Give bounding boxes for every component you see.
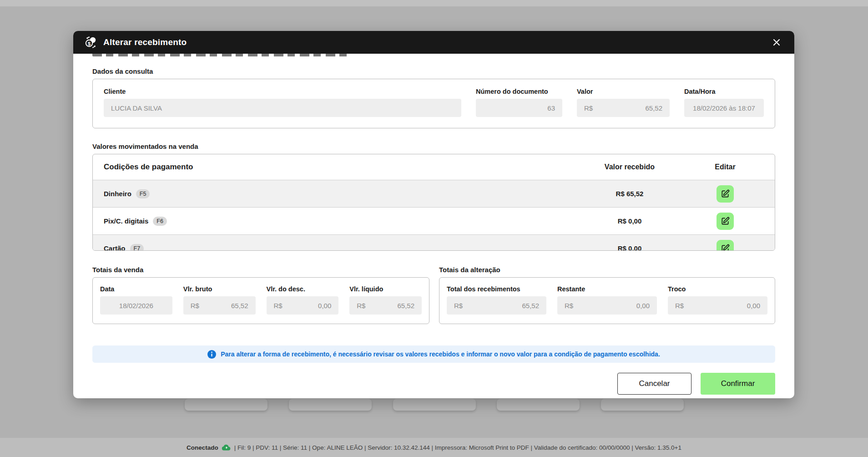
vlr-bruto-value: 65,52 [231, 302, 248, 310]
background-card [185, 399, 267, 411]
cloud-sync-icon [222, 444, 231, 451]
currency-prefix: R$ [454, 302, 463, 310]
totais-alteracao-box: Total dos recebimentos R$ 65,52 Restante… [439, 277, 775, 324]
restante-label: Restante [557, 285, 657, 293]
valor-label: Valor [577, 88, 670, 95]
scrolled-clipped-text-artifact [92, 54, 349, 56]
confirm-button[interactable]: Confirmar [701, 373, 775, 395]
restante-value: 0,00 [636, 302, 650, 310]
status-details: | Fil: 9 | PDV: 11 | Série: 11 | Ope: AL… [234, 444, 681, 451]
info-circle-icon [207, 350, 216, 359]
valor-input: R$ 65,52 [577, 99, 670, 117]
background-card [289, 399, 372, 411]
payments-table-header: Codições de pagamento Valor recebido Edi… [93, 154, 775, 180]
currency-prefix: R$ [675, 302, 684, 310]
data-label: Data [100, 285, 172, 293]
cliente-input: LUCIA DA SILVA [104, 99, 461, 117]
edit-pencil-icon[interactable] [717, 240, 734, 251]
shortcut-badge-f6: F6 [153, 217, 167, 226]
shortcut-badge-f7: F7 [130, 244, 144, 251]
cliente-value: LUCIA DA SILVA [111, 104, 162, 112]
modal-title: Alterar recebimento [103, 37, 187, 47]
total-recebimentos-input: R$ 65,52 [447, 296, 546, 315]
field-troco: Troco R$ 0,00 [668, 285, 767, 315]
numero-documento-label: Número do documento [476, 88, 562, 95]
cancel-button[interactable]: Cancelar [617, 373, 691, 395]
svg-text:$: $ [88, 41, 91, 46]
close-icon[interactable] [770, 36, 783, 49]
field-valor: Valor R$ 65,52 [577, 88, 670, 117]
data-input: 18/02/2026 [100, 296, 172, 315]
status-bar: Conectado | Fil: 9 | PDV: 11 | Série: 11… [0, 438, 868, 457]
modal-header: $ Alterar recebimento [73, 31, 794, 54]
field-vlr-bruto: Vlr. bruto R$ 65,52 [183, 285, 256, 315]
currency-prefix: R$ [191, 302, 199, 310]
payment-name: Dinheiro [104, 190, 131, 198]
valor-currency-prefix: R$ [584, 104, 593, 112]
field-cliente: Cliente LUCIA DA SILVA [104, 88, 461, 117]
vlr-desc-label: Vlr. do desc. [267, 285, 339, 293]
data-hora-value: 18/02/2026 às 18:07 [693, 104, 755, 112]
payment-name: Cartão [104, 244, 126, 251]
section-title-totais-venda: Totais da venda [92, 266, 429, 274]
field-numero-documento: Número do documento 63 [476, 88, 562, 117]
background-card [497, 399, 580, 411]
field-vlr-desc: Vlr. do desc. R$ 0,00 [267, 285, 339, 315]
currency-prefix: R$ [357, 302, 365, 310]
section-title-totais-alteracao: Totais da alteração [439, 266, 775, 274]
vlr-desc-input: R$ 0,00 [267, 296, 339, 315]
table-row-pix: Pix/C. digitais F6 R$ 0,00 [93, 207, 775, 234]
total-recebimentos-value: 65,52 [522, 302, 539, 310]
data-value: 18/02/2026 [119, 302, 153, 310]
shortcut-badge-f5: F5 [136, 189, 150, 198]
valor-value: 65,52 [645, 104, 662, 112]
payments-table: Codições de pagamento Valor recebido Edi… [92, 154, 775, 251]
table-row-cartao: Cartão F7 R$ 0,00 [93, 234, 775, 251]
vlr-desc-value: 0,00 [318, 302, 331, 310]
column-header-editar: Editar [686, 163, 764, 171]
payment-name: Pix/C. digitais [104, 217, 148, 225]
section-title-dados-consulta: Dados da consulta [92, 54, 775, 75]
vlr-bruto-label: Vlr. bruto [183, 285, 256, 293]
total-recebimentos-label: Total dos recebimentos [447, 285, 546, 293]
field-data-hora: Data/Hora 18/02/2026 às 18:07 [684, 88, 764, 117]
background-card [601, 399, 684, 411]
vlr-liquido-input: R$ 65,52 [349, 296, 422, 315]
payment-value: R$ 0,00 [573, 244, 686, 251]
data-hora-label: Data/Hora [684, 88, 764, 95]
background-top-strip [0, 0, 868, 6]
data-hora-input: 18/02/2026 às 18:07 [684, 99, 764, 117]
field-vlr-liquido: Vlr. líquido R$ 65,52 [349, 285, 422, 315]
field-total-recebimentos: Total dos recebimentos R$ 65,52 [447, 285, 546, 315]
edit-pencil-icon[interactable] [717, 213, 734, 230]
cliente-label: Cliente [104, 88, 461, 95]
edit-pencil-icon[interactable] [717, 185, 734, 203]
vlr-liquido-label: Vlr. líquido [349, 285, 422, 293]
connection-status-label: Conectado [187, 444, 218, 451]
background-card [393, 399, 476, 411]
troco-label: Troco [668, 285, 767, 293]
column-header-valor-recebido: Valor recebido [573, 163, 686, 171]
payment-value: R$ 65,52 [573, 190, 686, 198]
field-data: Data 18/02/2026 [100, 285, 172, 315]
vlr-bruto-input: R$ 65,52 [183, 296, 256, 315]
payment-value: R$ 0,00 [573, 217, 686, 225]
numero-documento-input: 63 [476, 99, 562, 117]
vlr-liquido-value: 65,52 [397, 302, 414, 310]
currency-prefix: R$ [274, 302, 283, 310]
troco-value: 0,00 [747, 302, 760, 310]
restante-input: R$ 0,00 [557, 296, 657, 315]
section-title-valores-movimentados: Valores movimentados na venda [92, 142, 775, 150]
info-banner: Para alterar a forma de recebimento, é n… [92, 345, 775, 363]
money-exchange-icon: $ [84, 36, 98, 49]
table-row-dinheiro: Dinheiro F5 R$ 65,52 [93, 180, 775, 207]
dados-consulta-box: Cliente LUCIA DA SILVA Número do documen… [92, 79, 775, 128]
alterar-recebimento-modal: $ Alterar recebimento Dados da consulta … [73, 31, 794, 398]
troco-input: R$ 0,00 [668, 296, 767, 315]
field-restante: Restante R$ 0,00 [557, 285, 657, 315]
totais-venda-box: Data 18/02/2026 Vlr. bruto R$ 65,52 Vl [92, 277, 429, 324]
currency-prefix: R$ [565, 302, 573, 310]
column-header-condicoes: Codições de pagamento [104, 162, 573, 172]
numero-documento-value: 63 [547, 104, 555, 112]
info-banner-text: Para alterar a forma de recebimento, é n… [221, 350, 660, 358]
